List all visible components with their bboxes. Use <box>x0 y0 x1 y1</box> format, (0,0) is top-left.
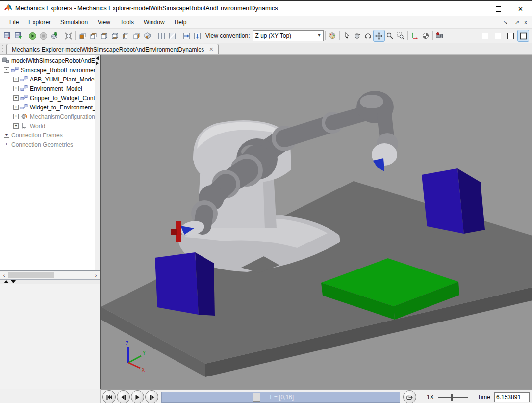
bottom-left-filler <box>0 389 101 403</box>
layout-columns-icon[interactable] <box>492 30 503 41</box>
tree-horizontal-scrollbar[interactable]: ‹ › <box>0 271 100 280</box>
model-tree-panel: modelWithSimscapeRobotAndEnvironmentDyna… <box>0 55 100 271</box>
menu-file[interactable]: File <box>4 17 24 27</box>
step-forward-button[interactable] <box>145 390 158 403</box>
view-front-icon[interactable] <box>77 30 88 41</box>
create-video-icon[interactable] <box>434 30 445 41</box>
dock-arrow-icon[interactable]: ↘ <box>501 19 510 26</box>
layout-single-icon[interactable] <box>518 30 529 41</box>
grid-view-icon[interactable] <box>156 30 167 41</box>
view-isometric-icon[interactable] <box>142 30 152 41</box>
tree-item-mechanism-configuration[interactable]: + MechanismConfiguration <box>0 112 95 121</box>
play-icon[interactable] <box>27 30 38 41</box>
panel-splitter[interactable] <box>0 280 100 284</box>
collapse-right-icon <box>96 61 99 65</box>
step-back-button[interactable] <box>117 390 130 403</box>
layout-rows-icon[interactable] <box>505 30 516 41</box>
layout-quad-icon[interactable] <box>480 30 490 41</box>
scroll-left-icon[interactable]: ‹ <box>0 272 8 278</box>
tree-item-model-root[interactable]: modelWithSimscapeRobotAndEnvironmentDyna… <box>0 56 95 65</box>
menu-view[interactable]: View <box>93 17 115 27</box>
minimize-button[interactable] <box>465 2 487 16</box>
splitter-down-icon[interactable] <box>11 280 16 283</box>
expand-box[interactable]: + <box>13 123 19 129</box>
select-tool-icon[interactable] <box>341 30 352 41</box>
view-top-icon[interactable] <box>99 30 109 41</box>
scrollbar-thumb[interactable] <box>8 272 54 278</box>
separator <box>472 392 472 402</box>
expand-box[interactable]: + <box>13 86 19 91</box>
speed-slider-thumb[interactable] <box>451 394 453 401</box>
view-convention-label: View convention: <box>205 32 250 39</box>
expand-box[interactable]: + <box>13 77 19 82</box>
view-right-icon[interactable] <box>131 30 142 41</box>
tree-item-label: Gripper_to_Widget_Contact <box>30 95 95 102</box>
separator <box>420 392 420 402</box>
save-config-icon[interactable]: x <box>2 30 13 41</box>
tab-close-icon[interactable]: ✕ <box>209 46 213 53</box>
tab-label: Mechanics Explorer-modelWithSimscapeRobo… <box>12 46 204 53</box>
expand-box[interactable]: + <box>4 133 9 138</box>
zoom-region-tool-icon[interactable] <box>395 30 406 41</box>
menu-tools[interactable]: Tools <box>115 17 139 27</box>
menu-simulation[interactable]: Simulation <box>55 17 93 27</box>
close-button[interactable]: ✕ <box>509 2 532 16</box>
tree-item-simscape-robotenvironment[interactable]: - Simscape_RobotEnvironment <box>0 65 95 75</box>
pane-split-right-icon[interactable] <box>181 30 192 41</box>
background-color-icon[interactable] <box>327 30 338 41</box>
maximize-button[interactable] <box>487 2 509 16</box>
loop-button[interactable] <box>403 390 416 403</box>
tree-item-widget-to-environment-contact[interactable]: + Widget_to_Environment_Contact <box>0 103 95 112</box>
menu-explorer[interactable]: Explorer <box>24 17 55 27</box>
expand-box[interactable]: + <box>13 114 19 119</box>
collapse-box[interactable]: - <box>4 67 9 73</box>
tree-collapse-strip[interactable] <box>95 55 100 270</box>
time-input[interactable] <box>494 392 530 402</box>
toggle-com-icon[interactable] <box>420 30 431 41</box>
tree-item-label: Simscape_RobotEnvironment <box>21 67 95 74</box>
expand-box[interactable]: + <box>13 105 19 110</box>
tab-mechanics-explorer[interactable]: Mechanics Explorer-modelWithSimscapeRobo… <box>6 44 219 54</box>
go-to-start-button[interactable] <box>102 390 116 403</box>
pan-tool-icon[interactable] <box>374 30 384 41</box>
view-left-icon[interactable] <box>120 30 131 41</box>
view-convention-dropdown[interactable]: Z up (XY Top) ▾ <box>253 30 324 41</box>
z-axis-label: Z <box>126 341 128 346</box>
update-visualization-icon[interactable] <box>49 30 59 41</box>
view-back-icon[interactable] <box>88 30 99 41</box>
tree-item-label: Connection Geometries <box>11 141 73 148</box>
stop-icon[interactable] <box>38 30 49 41</box>
splitter-up-icon[interactable] <box>4 280 9 283</box>
pane-split-down-icon[interactable] <box>192 30 203 41</box>
single-view-icon[interactable] <box>167 30 177 41</box>
menu-window[interactable]: Window <box>139 17 170 27</box>
tree-item-connection-frames[interactable]: + Connection Frames <box>0 131 95 140</box>
timeline-slider[interactable]: T = [0,16] <box>161 392 400 403</box>
panel-close-icon[interactable]: x <box>522 19 530 26</box>
speed-slider[interactable] <box>438 393 468 401</box>
tree-item-connection-geometries[interactable]: + Connection Geometries <box>0 140 95 149</box>
menu-help[interactable]: Help <box>170 17 192 27</box>
drag-handle[interactable] <box>0 43 6 54</box>
tree-item-environment-model[interactable]: + Environment_Model <box>0 84 95 93</box>
tree-item-abb-yumi-plant-model[interactable]: + ABB_YUMI_Plant_Model <box>0 75 95 84</box>
fit-to-view-icon[interactable] <box>63 30 74 41</box>
menu-bar: File Explorer Simulation View Tools Wind… <box>0 16 532 29</box>
roll-tool-icon[interactable] <box>363 30 374 41</box>
save-config-all-icon[interactable] <box>13 30 24 41</box>
viewport-3d[interactable]: Z Y X <box>100 55 532 389</box>
scroll-right-icon[interactable]: › <box>92 272 100 278</box>
matlab-logo-icon <box>4 4 12 13</box>
zoom-tool-icon[interactable] <box>384 30 395 41</box>
undock-arrow-icon[interactable]: ↗ <box>512 19 522 26</box>
expand-box[interactable]: + <box>4 142 9 147</box>
view-bottom-icon[interactable] <box>109 30 120 41</box>
toggle-frames-icon[interactable] <box>409 30 420 41</box>
orbit-tool-icon[interactable] <box>352 30 363 41</box>
scene-canvas: Z Y X <box>101 55 532 389</box>
play-button[interactable] <box>131 390 144 403</box>
timeline-thumb[interactable] <box>253 393 260 402</box>
tree-item-gripper-to-widget-contact[interactable]: + Gripper_to_Widget_Contact <box>0 93 95 103</box>
tree-item-world[interactable]: + World <box>0 121 95 131</box>
expand-box[interactable]: + <box>13 95 19 101</box>
